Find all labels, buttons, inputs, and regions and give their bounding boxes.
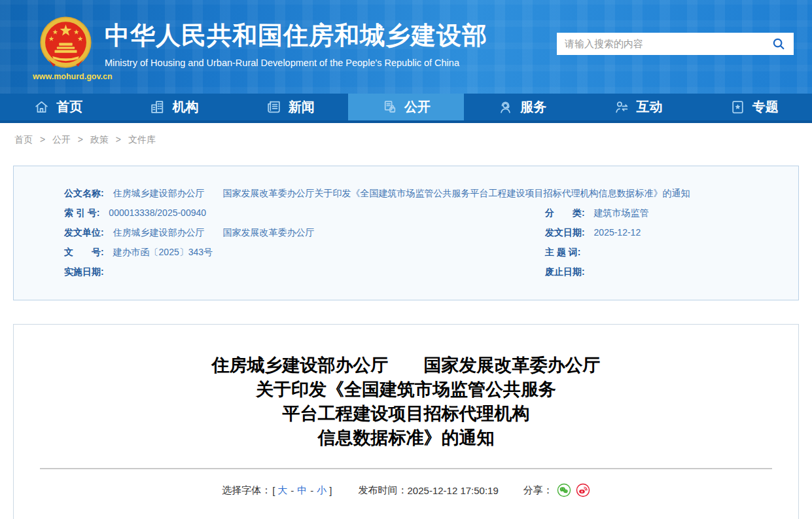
meta-value: 住房城乡建设部办公厅 国家发展改革委办公厅 [113,227,315,238]
document-title-line: 平台工程建设项目招标代理机构 [53,402,759,426]
nav-item-organization[interactable]: 机构 [116,94,232,120]
publish-time-label: 发布时间： [359,484,408,497]
breadcrumb-disclosure[interactable]: 公开 [52,134,71,145]
nav-item-label: 互动 [637,98,663,116]
search-button[interactable] [771,37,786,51]
share-weibo-button[interactable] [576,483,590,497]
share-wechat-button[interactable] [557,483,571,497]
meta-row: 发文单位: 住房城乡建设部办公厅 国家发展改革委办公厅 发文日期: 2025-1… [64,223,785,242]
nav-item-label: 新闻 [289,98,315,116]
service-icon [497,99,514,115]
meta-row: 索 引 号: 000013338/2025-00940 分 类: 建筑市场监管 [64,203,785,223]
nav-item-label: 服务 [520,98,546,116]
font-size-medium[interactable]: 中 [297,484,307,497]
meta-label: 实施日期: [64,266,104,277]
meta-value: 建筑市场监管 [594,207,649,218]
document-title: 住房城乡建设部办公厅 国家发展改革委办公厅 关于印发《全国建筑市场监管公共服务 … [53,353,759,450]
nav-item-label: 首页 [56,98,82,116]
site-url: www.mohurd.gov.cn [33,72,98,81]
breadcrumb-home[interactable]: 首页 [14,134,33,145]
main-nav: 首页 机构 新闻 公开 [0,94,812,123]
site-subtitle-en: Ministry of Housing and Urban-Rural Deve… [105,58,557,68]
news-icon [266,99,282,115]
meta-value: 建办市函〔2025〕343号 [113,247,213,257]
document-title-line: 住房城乡建设部办公厅 国家发展改革委办公厅 [53,353,759,378]
weibo-icon [576,483,590,497]
meta-label: 公文名称: [64,188,104,198]
organization-icon [149,99,166,115]
disclosure-icon [381,99,398,115]
nav-item-label: 专题 [752,98,779,116]
meta-row: 文 号: 建办市函〔2025〕343号 主 题 词: [64,242,785,262]
site-header: www.mohurd.gov.cn 中华人民共和国住房和城乡建设部 Minist… [0,0,812,94]
nav-item-label: 公开 [404,98,431,116]
nav-item-service[interactable]: 服务 [464,94,580,120]
bracket-close: ] [329,485,332,496]
nav-item-label: 机构 [172,98,198,116]
meta-label: 废止日期: [545,266,585,277]
site-title: 中华人民共和国住房和城乡建设部 [105,19,557,52]
article: 住房城乡建设部办公厅 国家发展改革委办公厅 关于印发《全国建筑市场监管公共服务 … [13,324,799,519]
meta-value: 000013338/2025-00940 [109,207,206,218]
share-label: 分享： [523,484,553,497]
meta-value: 住房城乡建设部办公厅 国家发展改革委办公厅关于印发《全国建筑市场监管公共服务平台… [113,188,690,198]
topics-icon [730,99,746,115]
meta-row: 实施日期: 废止日期: [64,262,785,281]
size-separator: - [291,485,294,496]
breadcrumb-separator: > [40,134,45,145]
search-icon [771,37,786,51]
meta-label: 发文单位: [64,227,104,238]
wechat-icon [557,483,571,497]
font-size-label: 选择字体： [222,484,271,497]
meta-label: 文 号: [64,247,104,257]
meta-label: 分 类: [545,207,585,218]
nav-item-interaction[interactable]: 互动 [580,94,696,120]
publish-time-value: 2025-12-12 17:50:19 [408,485,499,496]
search-box [557,33,794,55]
meta-label: 索 引 号: [64,207,99,218]
nav-item-home[interactable]: 首页 [0,94,116,120]
document-title-line: 信息数据标准》的通知 [53,426,759,450]
nav-item-topics[interactable]: 专题 [696,94,812,120]
breadcrumb-policy[interactable]: 政策 [90,134,109,145]
site-title-block: 中华人民共和国住房和城乡建设部 Ministry of Housing and … [105,19,557,68]
national-emblem-logo [38,15,94,71]
meta-label: 主 题 词: [545,247,580,257]
breadcrumb-separator: > [78,134,83,145]
doc-meta-panel: 公文名称: 住房城乡建设部办公厅 国家发展改革委办公厅关于印发《全国建筑市场监管… [13,166,799,300]
breadcrumb-library[interactable]: 文件库 [128,134,156,145]
article-toolbar: 选择字体： [ 大 - 中 - 小 ] 发布时间： 2025-12-12 17:… [14,483,798,497]
title-divider [40,468,772,469]
meta-label: 发文日期: [545,227,585,238]
bracket-open: [ [272,485,275,496]
interaction-icon [614,99,630,115]
nav-item-news[interactable]: 新闻 [232,94,348,120]
nav-item-disclosure[interactable]: 公开 [348,94,464,120]
logo-block: www.mohurd.gov.cn [33,15,98,81]
meta-row-name: 公文名称: 住房城乡建设部办公厅 国家发展改革委办公厅关于印发《全国建筑市场监管… [64,183,785,203]
document-title-line: 关于印发《全国建筑市场监管公共服务 [53,378,759,402]
search-input[interactable] [565,38,771,49]
home-icon [33,99,50,115]
meta-value: 2025-12-12 [594,227,641,238]
breadcrumb-separator: > [116,134,121,145]
breadcrumb: 首页 > 公开 > 政策 > 文件库 [0,123,812,146]
size-separator: - [310,485,313,496]
font-size-large[interactable]: 大 [277,484,287,497]
font-size-small[interactable]: 小 [317,484,327,497]
